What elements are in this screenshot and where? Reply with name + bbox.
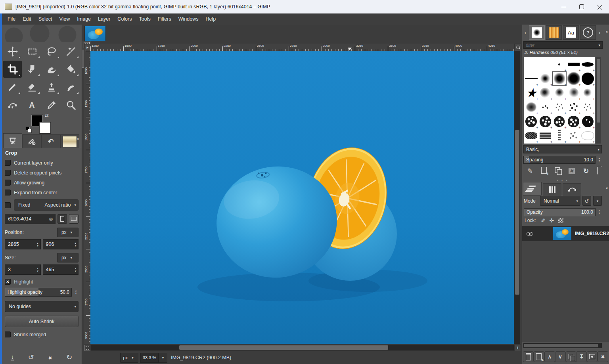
default-colors-icon[interactable] bbox=[26, 127, 31, 132]
quick-mask-toggle[interactable] bbox=[84, 345, 90, 351]
spinner-arrows[interactable] bbox=[596, 209, 602, 215]
option-allow-growing[interactable]: Allow growing bbox=[5, 178, 79, 188]
tab-undo-history[interactable] bbox=[41, 134, 60, 148]
horizontal-scrollbar[interactable] bbox=[90, 345, 514, 351]
tab-patterns[interactable] bbox=[546, 25, 562, 40]
menu-help[interactable]: Help bbox=[202, 13, 219, 25]
new-layer-group-button[interactable] bbox=[534, 351, 544, 362]
zoom-tool-button[interactable] bbox=[61, 96, 80, 113]
tab-help[interactable] bbox=[580, 25, 596, 40]
tab-tool-options[interactable] bbox=[3, 133, 22, 148]
clone-tool-button[interactable] bbox=[42, 79, 61, 96]
eraser-tool-button[interactable] bbox=[23, 79, 41, 96]
option-highlight[interactable]: Highlight bbox=[5, 277, 79, 287]
brush-item[interactable] bbox=[580, 57, 595, 71]
edit-brush-button[interactable] bbox=[527, 167, 533, 175]
collapse-arrow-icon[interactable] bbox=[605, 186, 607, 190]
save-tool-preset-button[interactable]: ↓ bbox=[11, 354, 14, 360]
layer-mode-dropdown[interactable]: Normal bbox=[540, 196, 580, 206]
brush-item[interactable] bbox=[538, 57, 553, 71]
option-shrink-merged[interactable]: Shrink merged bbox=[5, 330, 79, 339]
lock-alpha-toggle[interactable] bbox=[558, 218, 563, 223]
highlight-checkbox-checked[interactable] bbox=[5, 279, 11, 285]
brush-item[interactable] bbox=[538, 86, 553, 100]
horizontal-scrollbar-thumb[interactable] bbox=[179, 345, 388, 350]
brush-item[interactable] bbox=[538, 71, 553, 86]
move-tool-button[interactable] bbox=[3, 43, 22, 60]
spinner-arrows[interactable] bbox=[35, 267, 40, 272]
close-button[interactable] bbox=[591, 0, 609, 13]
fixed-aspect-dropdown[interactable]: Fixed Aspect ratio bbox=[14, 199, 79, 211]
layer-thumbnail[interactable] bbox=[553, 227, 571, 240]
zoom-level-input[interactable]: 33.3 % bbox=[140, 353, 159, 363]
tab-channels[interactable] bbox=[543, 183, 561, 195]
brush-item[interactable] bbox=[567, 86, 581, 100]
zoom-dropdown-button[interactable] bbox=[159, 353, 167, 363]
layers-scrollbar-thumb[interactable] bbox=[524, 344, 598, 347]
spinner-arrows[interactable] bbox=[73, 289, 79, 295]
brush-item[interactable] bbox=[552, 86, 567, 100]
spinner-arrows[interactable] bbox=[73, 267, 78, 272]
duplicate-layer-button[interactable] bbox=[566, 351, 576, 362]
menu-select[interactable]: Select bbox=[35, 13, 56, 25]
background-color-swatch[interactable] bbox=[39, 122, 51, 134]
brush-item[interactable] bbox=[567, 114, 581, 128]
brush-item[interactable] bbox=[524, 71, 538, 86]
brush-item[interactable] bbox=[524, 100, 538, 114]
vertical-scrollbar-thumb[interactable] bbox=[515, 130, 519, 295]
color-picker-tool-button[interactable] bbox=[42, 96, 61, 113]
clear-entry-icon[interactable] bbox=[49, 216, 55, 222]
smudge-tool-button[interactable] bbox=[61, 79, 80, 96]
tab-layers[interactable] bbox=[523, 182, 542, 195]
tabs-scroll-left-icon[interactable] bbox=[523, 29, 528, 36]
layer-visibility-eye-icon[interactable] bbox=[527, 230, 534, 237]
vertical-scrollbar[interactable] bbox=[514, 51, 520, 344]
delete-brush-button[interactable] bbox=[569, 168, 575, 174]
spinner-arrows[interactable] bbox=[35, 241, 40, 247]
checkbox-icon[interactable] bbox=[5, 160, 11, 166]
mode-options-button[interactable] bbox=[593, 196, 602, 206]
tab-paths[interactable] bbox=[563, 183, 581, 195]
navigation-button[interactable] bbox=[514, 345, 521, 351]
landscape-orientation-button[interactable] bbox=[69, 214, 79, 224]
layers-scrollbar[interactable] bbox=[523, 343, 602, 348]
portrait-orientation-button[interactable] bbox=[57, 214, 67, 224]
brush-item[interactable] bbox=[567, 71, 581, 86]
position-x-input[interactable]: 2865 bbox=[5, 239, 41, 249]
open-brush-as-image-button[interactable] bbox=[597, 167, 598, 174]
brush-item[interactable] bbox=[538, 128, 553, 143]
reset-tool-options-button[interactable] bbox=[66, 353, 72, 362]
option-current-layer-only[interactable]: Current layer only bbox=[5, 158, 79, 168]
brush-item-selected[interactable] bbox=[552, 71, 567, 86]
menu-edit[interactable]: Edit bbox=[19, 13, 35, 25]
highlight-opacity-slider[interactable]: Highlight opacity 50.0 bbox=[5, 288, 72, 297]
reset-mode-button[interactable] bbox=[582, 196, 591, 206]
menu-colors[interactable]: Colors bbox=[114, 13, 135, 25]
brush-item[interactable] bbox=[580, 86, 595, 100]
size-height-input[interactable]: 465 bbox=[43, 264, 79, 275]
minimize-button[interactable] bbox=[554, 0, 573, 13]
spacing-slider[interactable]: Spacing 10.0 bbox=[523, 156, 596, 164]
brush-item[interactable] bbox=[538, 100, 553, 114]
tab-device-status[interactable] bbox=[22, 134, 41, 148]
brush-item[interactable] bbox=[567, 128, 581, 143]
maximize-button[interactable] bbox=[573, 0, 591, 13]
new-brush-button[interactable] bbox=[541, 167, 547, 175]
new-layer-button[interactable] bbox=[523, 351, 534, 362]
brush-item[interactable] bbox=[580, 128, 595, 143]
brush-grid-scrollbar[interactable] bbox=[596, 57, 601, 144]
menu-image[interactable]: Image bbox=[73, 13, 94, 25]
merge-down-button[interactable] bbox=[576, 351, 587, 362]
brush-item[interactable] bbox=[524, 128, 538, 143]
brush-item[interactable] bbox=[524, 86, 538, 100]
brush-item[interactable] bbox=[567, 100, 581, 114]
menu-tools[interactable]: Tools bbox=[135, 13, 154, 25]
brush-item[interactable] bbox=[552, 128, 567, 143]
brush-scrollbar-thumb[interactable] bbox=[597, 59, 600, 123]
position-y-input[interactable]: 906 bbox=[43, 239, 79, 249]
add-layer-mask-button[interactable] bbox=[587, 351, 598, 362]
checkbox-icon[interactable] bbox=[5, 331, 11, 337]
position-unit-dropdown[interactable]: px bbox=[57, 228, 79, 237]
vertical-ruler[interactable]: 1000 1250 1500 1750 2000 2250 2500 2750 … bbox=[84, 51, 90, 344]
image-tab-1[interactable] bbox=[84, 26, 106, 41]
